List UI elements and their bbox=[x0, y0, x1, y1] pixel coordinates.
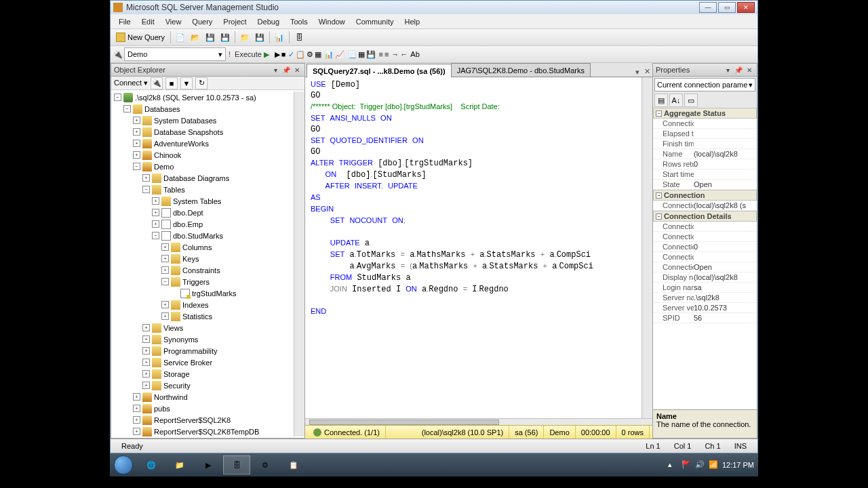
prop-row[interactable]: Name(local)\sql2k8 bbox=[653, 149, 757, 159]
prop-category[interactable]: −Connection Details bbox=[653, 211, 757, 222]
taskbar-app1-icon[interactable]: ⚙ bbox=[252, 455, 279, 474]
tree-item[interactable]: +Columns bbox=[111, 241, 294, 253]
tree-item[interactable]: +Keys bbox=[111, 253, 294, 264]
expander-icon[interactable]: − bbox=[152, 232, 159, 239]
object-explorer-tree[interactable]: − .\sql2k8 (SQL Server 10.0.2573 - sa) −… bbox=[111, 90, 304, 438]
expander-icon[interactable]: − bbox=[161, 278, 169, 285]
expander-icon[interactable]: + bbox=[142, 359, 150, 366]
results-file-icon[interactable]: 💾 bbox=[366, 50, 376, 59]
expander-icon[interactable]: + bbox=[133, 117, 140, 124]
expander-icon[interactable]: + bbox=[142, 382, 150, 389]
taskbar-clock[interactable]: 12:17 PM bbox=[722, 462, 754, 469]
tree-item[interactable]: −Tables bbox=[111, 184, 294, 195]
prop-row[interactable]: Connection(local)\sql2k8 (s bbox=[653, 201, 757, 211]
tree-item[interactable]: +Storage bbox=[111, 368, 294, 380]
tree-scrollbar[interactable] bbox=[294, 92, 304, 436]
execute-button[interactable]: Execute ▶ bbox=[232, 50, 272, 59]
tab-close-icon[interactable]: ✕ bbox=[642, 66, 652, 77]
cancel-icon[interactable]: ■ bbox=[281, 50, 286, 58]
indent-icon[interactable]: → bbox=[391, 50, 399, 58]
tree-item[interactable]: +Chinook bbox=[111, 149, 294, 161]
editor-scrollbar[interactable] bbox=[642, 77, 652, 418]
menu-edit[interactable]: Edit bbox=[136, 16, 160, 28]
expander-icon[interactable]: + bbox=[133, 128, 140, 136]
prop-row[interactable]: Rows return0 bbox=[653, 159, 757, 169]
dropdown-icon[interactable]: ▾ bbox=[271, 65, 280, 75]
include-plan-icon[interactable]: 📊 bbox=[324, 50, 334, 59]
expander-icon[interactable]: + bbox=[161, 266, 169, 274]
menu-debug[interactable]: Debug bbox=[252, 16, 285, 28]
expander-icon[interactable]: − bbox=[123, 105, 131, 113]
prop-category[interactable]: −Connection bbox=[653, 190, 757, 201]
connect-button[interactable]: Connect ▾ bbox=[114, 79, 148, 87]
properties-header[interactable]: Properties ▾ 📌 ✕ bbox=[653, 64, 757, 77]
expander-icon[interactable]: + bbox=[152, 220, 159, 228]
filter-icon[interactable]: ▼ bbox=[180, 77, 193, 89]
prop-row[interactable]: Connection bbox=[653, 252, 757, 262]
execute-icon[interactable]: ! bbox=[229, 50, 231, 58]
prop-row[interactable]: Connection0 bbox=[653, 242, 757, 252]
prop-row[interactable]: Finish time bbox=[653, 139, 757, 149]
specify-values-icon[interactable]: Ab bbox=[410, 50, 419, 58]
intellisense-icon[interactable]: ▦ bbox=[315, 50, 321, 59]
categorized-icon[interactable]: ▤ bbox=[654, 94, 668, 107]
menu-help[interactable]: Help bbox=[399, 16, 425, 28]
tree-server[interactable]: − .\sql2k8 (SQL Server 10.0.2573 - sa) bbox=[111, 92, 294, 103]
pin-icon[interactable]: 📌 bbox=[734, 65, 743, 75]
menu-window[interactable]: Window bbox=[313, 16, 351, 28]
expander-icon[interactable]: − bbox=[114, 94, 121, 101]
prop-row[interactable]: Connection bbox=[653, 222, 757, 232]
editor-tab[interactable]: JAG7\SQL2K8.Demo - dbo.StudMarks bbox=[451, 63, 591, 77]
include-stats-icon[interactable]: 📈 bbox=[335, 50, 344, 59]
taskbar[interactable]: 🌐 📁 ▶ 🗄 ⚙ 📋 ▴ 🚩 🔊 📶 12:17 PM bbox=[110, 453, 758, 476]
comment-icon[interactable]: ≡ bbox=[378, 50, 382, 58]
activity-monitor-icon[interactable]: 📊 bbox=[273, 30, 286, 44]
query-options-icon[interactable]: ⚙ bbox=[307, 50, 313, 59]
parse-icon[interactable]: ✓ bbox=[288, 50, 294, 59]
menu-query[interactable]: Query bbox=[186, 16, 218, 28]
expander-icon[interactable]: + bbox=[161, 243, 169, 251]
alphabetical-icon[interactable]: A↓ bbox=[669, 94, 683, 107]
taskbar-media-icon[interactable]: ▶ bbox=[195, 455, 222, 474]
estimated-plan-icon[interactable]: 📋 bbox=[296, 50, 305, 59]
expander-icon[interactable]: + bbox=[133, 416, 140, 424]
tree-item[interactable]: +Service Broker bbox=[111, 357, 294, 368]
prop-row[interactable]: Server name.\sql2k8 bbox=[653, 293, 757, 303]
menu-file[interactable]: File bbox=[113, 16, 136, 28]
open-file-icon[interactable]: 📂 bbox=[189, 30, 202, 44]
collapse-icon[interactable]: − bbox=[656, 214, 662, 220]
prop-category[interactable]: −Aggregate Status bbox=[653, 108, 757, 119]
expander-icon[interactable]: + bbox=[133, 140, 140, 147]
titlebar[interactable]: Microsoft SQL Server Management Studio —… bbox=[111, 1, 757, 14]
registered-servers-icon[interactable]: 🗄 bbox=[292, 30, 306, 44]
properties-object-selector[interactable]: Current connection parame ▾ bbox=[654, 78, 755, 92]
prop-row[interactable]: Elapsed tim bbox=[653, 129, 757, 139]
tree-item[interactable]: +pubs bbox=[111, 403, 294, 414]
tab-list-icon[interactable]: ▾ bbox=[633, 68, 642, 77]
expander-icon[interactable]: + bbox=[152, 197, 159, 205]
prop-row[interactable]: ConnectionOpen bbox=[653, 262, 757, 272]
tree-item[interactable]: +ReportServer$SQL2K8 bbox=[111, 414, 294, 426]
change-connection-icon[interactable]: 🔌 bbox=[113, 50, 123, 59]
tree-item[interactable]: −dbo.StudMarks bbox=[111, 230, 294, 241]
prop-row[interactable]: Login namesa bbox=[653, 283, 757, 293]
database-selector[interactable]: Demo ▾ bbox=[124, 47, 226, 61]
tree-item[interactable]: +Database Snapshots bbox=[111, 126, 294, 138]
property-pages-icon[interactable]: ▭ bbox=[684, 94, 698, 107]
tray-flag-icon[interactable]: 🚩 bbox=[682, 460, 691, 470]
tree-item[interactable]: +Views bbox=[111, 322, 294, 333]
expander-icon[interactable]: + bbox=[133, 151, 140, 159]
tree-item[interactable]: +dbo.Emp bbox=[111, 218, 294, 230]
stop-icon[interactable]: ■ bbox=[165, 77, 178, 89]
tree-item[interactable]: +dbo.Dept bbox=[111, 207, 294, 218]
prop-row[interactable]: Connection bbox=[653, 232, 757, 242]
prop-row[interactable]: SPID56 bbox=[653, 313, 757, 323]
expander-icon[interactable]: + bbox=[161, 255, 169, 262]
new-project-icon[interactable]: 📄 bbox=[174, 30, 187, 44]
tree-item[interactable]: trgStudMarks bbox=[111, 287, 294, 299]
expander-icon[interactable]: + bbox=[133, 393, 140, 401]
new-query-button[interactable]: New Query bbox=[113, 33, 167, 42]
expander-icon[interactable]: + bbox=[161, 301, 169, 308]
menu-project[interactable]: Project bbox=[218, 16, 252, 28]
tree-item[interactable]: +System Tables bbox=[111, 195, 294, 207]
